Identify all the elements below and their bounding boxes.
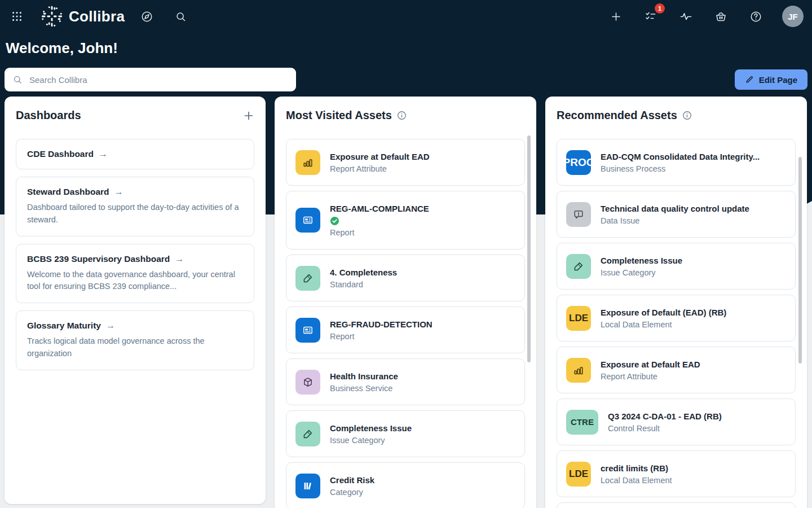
collibra-logo-mark xyxy=(40,5,64,28)
asset-card[interactable]: Completeness IssueIssue Category xyxy=(286,410,525,457)
most-visited-title: Most Visited Assets xyxy=(286,109,392,122)
collibra-logo[interactable]: Collibra xyxy=(40,5,125,28)
cube-icon xyxy=(295,370,320,395)
asset-type: Local Data Element xyxy=(601,320,726,329)
asset-name: Completeness Issue xyxy=(601,256,682,265)
recommended-panel: Recommended Assets PROCEAD-CQM Consolida… xyxy=(545,97,807,508)
arrow-right-icon: → xyxy=(106,321,115,331)
pen-icon xyxy=(295,266,320,291)
dashboard-card-title: Glossary Maturity xyxy=(27,321,101,331)
asset-name: credit limits (RB) xyxy=(601,463,672,473)
asset-card[interactable]: REG-FRAUD-DETECTIONReport xyxy=(286,306,525,353)
asset-card[interactable]: Health InsuranceBusiness Service xyxy=(286,358,525,405)
asset-badge-proc: PROC xyxy=(566,150,591,175)
asset-name: REG-AML-COMPLIANCE xyxy=(330,204,429,213)
help-icon[interactable] xyxy=(747,8,764,25)
asset-type: Issue Category xyxy=(330,436,412,445)
verified-badge-icon xyxy=(330,216,429,226)
asset-card[interactable]: PROCEAD-CQM Consolidated Data Integrity.… xyxy=(557,139,796,186)
asset-name: Q3 2024 C-DA-01 - EAD (RB) xyxy=(608,411,722,421)
asset-card[interactable]: Technical data quality control updateDat… xyxy=(557,191,796,238)
arrow-right-icon: → xyxy=(175,254,184,264)
edit-page-button[interactable]: Edit Page xyxy=(735,69,807,90)
asset-name: EAD-CQM Consolidated Data Integrity... xyxy=(601,152,760,161)
asset-type: Report Attribute xyxy=(330,164,430,173)
dashboard-card-title: BCBS 239 Supervisory Dashboard xyxy=(27,254,170,264)
dashboard-card[interactable]: BCBS 239 Supervisory Dashboard→Welcome t… xyxy=(16,244,254,304)
top-nav: Collibra 1 xyxy=(0,0,812,33)
books-icon xyxy=(295,474,320,498)
dashboard-card-title: Steward Dashboard xyxy=(27,187,109,197)
dashboard-card-description: Dashboard tailored to support the day-to… xyxy=(27,202,243,226)
asset-type: Data Issue xyxy=(601,216,749,225)
asset-card[interactable]: LDEExposure of Default (EAD) (RB)Local D… xyxy=(557,295,796,341)
main-content: Dashboards CDE Dashboard→Steward Dashboa… xyxy=(5,97,807,508)
asset-name: Technical data quality control update xyxy=(601,204,749,213)
asset-type: Local Data Element xyxy=(601,476,672,485)
asset-card[interactable] xyxy=(557,502,796,508)
asset-name: Exposure of Default (EAD) (RB) xyxy=(601,308,726,317)
edit-page-label: Edit Page xyxy=(759,75,797,85)
pen-icon xyxy=(566,254,591,279)
recommended-title: Recommended Assets xyxy=(557,109,677,122)
dashboard-card[interactable]: CDE Dashboard→ xyxy=(16,139,254,169)
create-plus-icon[interactable] xyxy=(607,8,624,25)
asset-type: Report xyxy=(330,332,433,341)
nav-search-icon[interactable] xyxy=(172,8,189,25)
dashboard-card[interactable]: Glossary Maturity→Tracks logical data mo… xyxy=(16,310,254,370)
search-row: Edit Page xyxy=(0,68,812,91)
task-count-badge: 1 xyxy=(655,3,665,14)
report-icon xyxy=(295,208,320,233)
most-visited-panel: Most Visited Assets Exposure at Default … xyxy=(275,97,536,508)
asset-card[interactable]: LDEcredit limits (RB)Local Data Element xyxy=(557,450,796,497)
app-grid-icon[interactable] xyxy=(8,8,25,25)
add-dashboard-icon[interactable] xyxy=(243,110,254,121)
scrollbar-thumb[interactable] xyxy=(527,135,531,362)
search-bar[interactable] xyxy=(5,68,296,91)
asset-name: Completeness Issue xyxy=(330,423,412,433)
pencil-icon xyxy=(745,75,754,84)
scrollbar-thumb[interactable] xyxy=(798,157,802,364)
asset-type: Business Process xyxy=(601,164,760,173)
user-avatar[interactable]: JF xyxy=(782,6,804,27)
explore-compass-icon[interactable] xyxy=(138,8,155,25)
asset-card[interactable]: Exposure at Default EADReport Attribute xyxy=(557,347,796,393)
asset-badge-ctre: CTRE xyxy=(566,410,598,435)
welcome-heading: Welcome, John! xyxy=(6,40,812,57)
asset-type: Category xyxy=(330,488,374,497)
search-input[interactable] xyxy=(28,75,288,85)
asset-card[interactable]: 4. CompletenessStandard xyxy=(286,255,525,301)
activity-pulse-icon[interactable] xyxy=(677,8,694,25)
dashboards-title: Dashboards xyxy=(16,109,81,122)
asset-badge-lde: LDE xyxy=(566,462,591,487)
asset-type: Business Service xyxy=(330,384,398,393)
asset-card[interactable]: CTREQ3 2024 C-DA-01 - EAD (RB)Control Re… xyxy=(557,398,796,445)
info-icon[interactable] xyxy=(397,111,407,120)
dashboard-card-description: Tracks logical data model governance acr… xyxy=(27,335,243,360)
asset-card[interactable]: Completeness IssueIssue Category xyxy=(557,243,796,290)
asset-type: Report Attribute xyxy=(601,372,700,381)
pen-icon xyxy=(295,422,320,446)
asset-name: 4. Completeness xyxy=(330,268,397,277)
dashboard-card[interactable]: Steward Dashboard→Dashboard tailored to … xyxy=(16,177,254,237)
asset-badge-lde: LDE xyxy=(566,306,591,331)
bar-chart-icon xyxy=(566,358,591,383)
dashboard-card-description: Welcome to the data governance dashboard… xyxy=(27,269,243,294)
recommended-list: PROCEAD-CQM Consolidated Data Integrity.… xyxy=(557,139,796,508)
basket-icon[interactable] xyxy=(712,8,729,25)
report-icon xyxy=(295,318,320,343)
info-icon[interactable] xyxy=(682,111,692,120)
asset-name: Health Insurance xyxy=(330,371,398,381)
asset-type: Report xyxy=(330,228,429,237)
dashboard-card-title: CDE Dashboard xyxy=(27,149,94,159)
asset-card[interactable]: Exposure at Default EADReport Attribute xyxy=(286,139,525,186)
asset-card[interactable]: REG-AML-COMPLIANCEReport xyxy=(286,191,525,249)
asset-type: Issue Category xyxy=(601,268,682,277)
arrow-right-icon: → xyxy=(99,149,108,159)
asset-card[interactable]: Credit RiskCategory xyxy=(286,462,525,508)
dashboard-list: CDE Dashboard→Steward Dashboard→Dashboar… xyxy=(16,139,254,370)
brand-name: Collibra xyxy=(69,8,125,25)
bar-chart-icon xyxy=(295,150,320,175)
asset-name: Credit Risk xyxy=(330,475,374,485)
tasks-icon[interactable]: 1 xyxy=(642,8,659,25)
